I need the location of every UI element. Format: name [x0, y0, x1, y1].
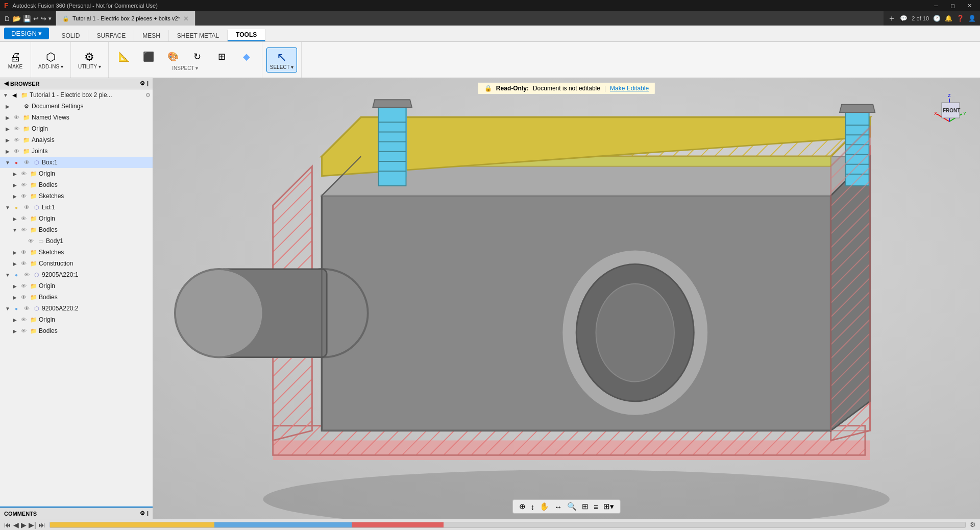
anim-prev-btn[interactable]: ◀ [13, 521, 19, 529]
section-btn[interactable]: ⬛ [137, 49, 160, 64]
design-dropdown-btn[interactable]: DESIGN ▾ [4, 28, 49, 39]
tree-item-analysis[interactable]: ▶ 👁 📁 Analysis [0, 134, 153, 146]
avatar[interactable]: 👤 [968, 15, 976, 22]
anim-next-btn[interactable]: ▶| [29, 521, 36, 529]
browser-expand-icon[interactable]: | [147, 80, 149, 87]
aspect-ratio-btn[interactable]: ↕ [529, 501, 537, 512]
redo-btn[interactable]: ↪ [41, 15, 46, 22]
timeline-settings-icon[interactable]: ⚙ [970, 521, 976, 528]
folder-icon-l1-sketches: 📁 [30, 248, 38, 256]
draft-btn[interactable]: ◆ [235, 49, 258, 64]
root-label: Tutorial 1 - Electric box 2 pie... [30, 91, 143, 99]
viewport[interactable]: 🔒 Read-Only: Document is not editable | … [153, 78, 980, 519]
tree-item-bolt2-bodies[interactable]: ▶ 👁 📁 Bodies [0, 325, 153, 336]
tree-item-bolt2-origin[interactable]: ▶ 👁 📁 Origin [0, 314, 153, 325]
app-icon: F [4, 2, 9, 10]
more-btn[interactable]: ▾ [48, 15, 52, 22]
tree-item-origin[interactable]: ▶ 👁 📁 Origin [0, 123, 153, 134]
interference-btn[interactable]: 🎨 [162, 49, 184, 64]
open-btn[interactable]: 📂 [13, 15, 21, 22]
tree-item-bolt2[interactable]: ▼ ● 👁 ⬡ 92005A220:2 [0, 303, 153, 314]
tab-sheet-metal[interactable]: SHEET METAL [169, 30, 228, 41]
component-icon-bolt1: ⬡ [33, 271, 41, 279]
tab-mesh[interactable]: MESH [134, 30, 169, 41]
color-dot-bolt2: ● [12, 304, 20, 312]
tree-item-lid1-construction[interactable]: ▶ 👁 📁 Construction [0, 258, 153, 269]
notification-icon[interactable]: 🔔 [945, 15, 952, 22]
bolt1-bodies-label: Bodies [39, 294, 151, 301]
comments-expand-icon[interactable]: | [147, 510, 149, 517]
select-btn[interactable]: ↖ SELECT ▾ [266, 47, 298, 73]
utility-btn[interactable]: ⚙ UTILITY ▾ [75, 49, 104, 71]
tab-tools[interactable]: TOOLS [228, 29, 265, 41]
help-icon[interactable]: ❓ [957, 15, 964, 22]
comments-title: COMMENTS [4, 511, 37, 517]
grid-btn[interactable]: ≡ [592, 501, 600, 512]
tree-item-box1[interactable]: ▼ ● 👁 ⬡ Box:1 [0, 157, 153, 168]
minimize-btn[interactable]: ─ [930, 3, 942, 9]
doc-tab-close-icon[interactable]: ✕ [183, 15, 189, 22]
comment-icon[interactable]: 💬 [900, 15, 908, 22]
component-icon-bolt2: ⬡ [33, 304, 41, 312]
zoom-btn[interactable]: 🔍 [565, 501, 579, 512]
curvature-btn[interactable]: ↻ [186, 49, 209, 64]
display-mode-btn[interactable]: ⊕ [517, 501, 528, 512]
tree-item-lid1-origin[interactable]: ▶ 👁 📁 Origin [0, 213, 153, 224]
tree-item-doc-settings[interactable]: ▶ ⚙ Document Settings [0, 101, 153, 112]
tree-item-lid1[interactable]: ▼ ● 👁 ⬡ Lid:1 [0, 202, 153, 213]
tree-item-lid1-sketches[interactable]: ▶ 👁 📁 Sketches [0, 247, 153, 258]
browser-settings-icon[interactable]: ⚙ [140, 80, 145, 87]
measure-btn[interactable]: 📐 [113, 49, 135, 64]
bolt2-bodies-label: Bodies [39, 327, 151, 334]
zebra-btn[interactable]: ⊞ [211, 49, 233, 64]
pan-btn[interactable]: ✋ [537, 501, 551, 512]
close-btn[interactable]: ✕ [963, 3, 976, 9]
make-btn[interactable]: 🖨 MAKE [4, 49, 27, 71]
undo-btn[interactable]: ↩ [33, 15, 39, 22]
tree-item-box1-origin[interactable]: ▶ 👁 📁 Origin [0, 168, 153, 179]
tree-item-bolt1[interactable]: ▼ ● 👁 ⬡ 92005A220:1 [0, 269, 153, 280]
save-btn[interactable]: 💾 [23, 15, 31, 22]
tree-item-joints[interactable]: ▶ 👁 📁 Joints [0, 146, 153, 157]
maximize-btn[interactable]: ◻ [946, 3, 959, 9]
doc-tab-active[interactable]: 🔒 Tutorial 1 - Electric box 2 pieces + b… [56, 11, 195, 26]
app-title: Autodesk Fusion 360 (Personal - Not for … [13, 3, 158, 9]
fit-btn[interactable]: ⊞ [580, 501, 591, 512]
svg-text:Y: Y [963, 111, 966, 116]
addins-btn[interactable]: ⬡ ADD-INS ▾ [35, 49, 66, 71]
svg-marker-43 [840, 105, 875, 112]
root-collapse-icon: ◀ [10, 91, 18, 99]
anim-last-btn[interactable]: ⏭ [38, 521, 45, 529]
anim-play-btn[interactable]: ▶ [21, 521, 27, 529]
tree-item-named-views[interactable]: ▶ 👁 📁 Named Views [0, 112, 153, 123]
eye-icon-l1-sketches: 👁 [19, 248, 28, 256]
tab-surface[interactable]: SURFACE [88, 30, 134, 41]
tree-item-bolt1-bodies[interactable]: ▶ 👁 📁 Bodies [0, 292, 153, 303]
box1-bodies-label: Bodies [39, 181, 151, 188]
root-menu-icon[interactable]: ⚙ [145, 92, 151, 99]
tree-item-bolt1-origin[interactable]: ▶ 👁 📁 Origin [0, 280, 153, 292]
svg-point-23 [175, 269, 263, 357]
browser-collapse-btn[interactable]: ◀ [4, 80, 8, 87]
tree-item-box1-sketches[interactable]: ▶ 👁 📁 Sketches [0, 190, 153, 202]
viewcube[interactable]: X Y Z FRONT [929, 88, 970, 129]
view-options-btn[interactable]: ⊞▾ [601, 501, 616, 512]
component-icon-box1: ⬡ [33, 158, 41, 166]
orbit-btn[interactable]: ↔ [552, 501, 564, 512]
eye-icon-bolt1: 👁 [22, 271, 31, 279]
comments-settings-icon[interactable]: ⚙ [140, 510, 145, 517]
anim-first-btn[interactable]: ⏮ [4, 521, 11, 529]
tree-item-box1-bodies[interactable]: ▶ 👁 📁 Bodies [0, 179, 153, 190]
tree-root[interactable]: ▼ ◀ 📁 Tutorial 1 - Electric box 2 pie...… [0, 89, 153, 101]
folder-icon-analysis: 📁 [22, 136, 31, 144]
eye-icon-b1-bodies: 👁 [19, 181, 28, 189]
tab-solid[interactable]: SOLID [53, 30, 88, 41]
tree-item-lid1-bodies[interactable]: ▼ 👁 📁 Bodies [0, 224, 153, 235]
add-tab-btn[interactable]: ＋ [888, 13, 896, 24]
doc-lock-icon: 🔒 [62, 15, 69, 22]
tree-item-body1[interactable]: 👁 ▭ Body1 [0, 235, 153, 247]
3d-model-view [153, 78, 980, 519]
new-btn[interactable]: 🗋 [4, 15, 11, 22]
analysis-label: Analysis [32, 136, 151, 143]
make-editable-button[interactable]: Make Editable [610, 85, 649, 92]
